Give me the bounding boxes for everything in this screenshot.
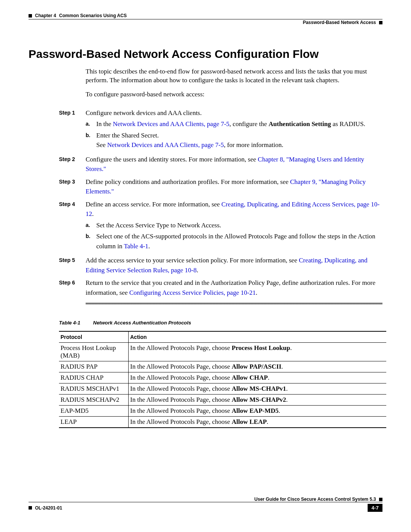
text-bold: Allow EAP-MD5	[232, 407, 279, 414]
text-bold: Allow LEAP	[232, 418, 267, 425]
page-number-box: 4-7	[368, 504, 382, 512]
step-1-sub-a: a. In the Network Devices and AAA Client…	[86, 119, 382, 129]
cell-action: In the Allowed Protocols Page, choose Pr…	[129, 343, 387, 361]
text-fragment: .	[92, 210, 94, 217]
col-action: Action	[129, 331, 387, 343]
cell-protocol: EAP-MD5	[59, 406, 129, 417]
steps-list: Step 1 Configure network devices and AAA…	[59, 108, 382, 298]
sub-text: Enter the Shared Secret. See Network Dev…	[96, 131, 382, 150]
cell-action: In the Allowed Protocols Page, choose Al…	[129, 417, 387, 428]
step-body: Define policy conditions and authorizati…	[86, 177, 382, 197]
col-protocol: Protocol	[59, 331, 129, 343]
doc-id: OL-24201-01	[35, 505, 62, 511]
cell-protocol: RADIUS MSCHAPv2	[59, 395, 129, 406]
step-1: Step 1 Configure network devices and AAA…	[59, 108, 382, 152]
text-bold: Allow MS-CHAPv2	[232, 396, 286, 403]
sub-text: Select one of the ACS-supported protocol…	[96, 232, 382, 251]
intro-paragraph-2: To configure password-based network acce…	[86, 90, 382, 99]
step-body: Configure the users and identity stores.…	[86, 155, 382, 174]
text-fragment: Add the access service to your service s…	[86, 257, 299, 264]
chapter-title: Common Scenarios Using ACS	[59, 13, 127, 18]
section-title: Password-Based Network Access	[303, 20, 376, 25]
link-network-devices[interactable]: Network Devices and AAA Clients, page 7-…	[113, 120, 229, 128]
link-network-devices[interactable]: Network Devices and AAA Clients, page 7-…	[107, 141, 224, 149]
step-4-sub-b: b. Select one of the ACS-supported proto…	[86, 232, 382, 251]
chapter-label: Chapter 4	[35, 13, 56, 18]
text-bold: Allow CHAP	[232, 374, 268, 381]
table-caption: Table 4-1 Network Access Authentication …	[59, 320, 382, 326]
sub-text: In the Network Devices and AAA Clients, …	[96, 119, 382, 129]
step-label: Step 5	[59, 256, 80, 275]
text-fragment: In the Allowed Protocols Page, choose	[130, 407, 232, 414]
table-row: RADIUS PAP In the Allowed Protocols Page…	[59, 361, 386, 372]
text-fragment: .	[148, 243, 150, 250]
cell-action: In the Allowed Protocols Page, choose Al…	[129, 361, 387, 372]
intro-block: This topic describes the end-to-end flow…	[86, 67, 382, 99]
guide-title: User Guide for Cisco Secure Access Contr…	[254, 497, 376, 502]
text-fragment: .	[268, 374, 269, 381]
step-label: Step 6	[59, 278, 80, 297]
text-fragment: .	[267, 418, 268, 425]
text-fragment: .	[290, 344, 292, 351]
text-fragment: .	[256, 289, 257, 296]
step-body: Return to the service that you created a…	[86, 278, 382, 297]
running-footer: User Guide for Cisco Secure Access Contr…	[29, 497, 382, 512]
step-6: Step 6 Return to the service that you cr…	[59, 278, 382, 297]
header-rule	[29, 19, 382, 19]
text-fragment: In the Allowed Protocols Page, choose	[130, 363, 232, 370]
cell-action: In the Allowed Protocols Page, choose Al…	[129, 383, 387, 395]
text-bold: Process Host Lookup	[232, 344, 290, 351]
sub-letter: a.	[86, 119, 92, 129]
cell-action: In the Allowed Protocols Page, choose Al…	[129, 395, 387, 406]
footer-doc-id-block: OL-24201-01	[29, 505, 62, 511]
step-body: Configure network devices and AAA client…	[86, 108, 382, 152]
header-square-icon	[379, 21, 382, 24]
text-fragment: Define policy conditions and authorizati…	[86, 178, 290, 185]
page-title: Password-Based Network Access Configurat…	[29, 48, 382, 61]
step-1-sub-b: b. Enter the Shared Secret. See Network …	[86, 131, 382, 150]
table-row: RADIUS CHAP In the Allowed Protocols Pag…	[59, 372, 386, 383]
step-5: Step 5 Add the access service to your se…	[59, 256, 382, 275]
text-bold: Authentication Setting	[269, 120, 331, 128]
intro-paragraph-1: This topic describes the end-to-end flow…	[86, 67, 382, 85]
table-header-row: Protocol Action	[59, 331, 386, 343]
table-number: Table 4-1	[59, 320, 80, 326]
step-label: Step 2	[59, 155, 80, 174]
text-bold: Allow MS-CHAPv1	[232, 385, 286, 392]
table-row: EAP-MD5 In the Allowed Protocols Page, c…	[59, 406, 386, 417]
footer-rule	[29, 502, 382, 502]
link-access-service-policies[interactable]: Configuring Access Service Policies, pag…	[129, 289, 256, 296]
text-fragment: In the Allowed Protocols Page, choose	[130, 385, 232, 392]
text-fragment: Configure the users and identity stores.…	[86, 156, 258, 163]
text-fragment: In the Allowed Protocols Page, choose	[130, 344, 232, 351]
cell-action: In the Allowed Protocols Page, choose Al…	[129, 406, 387, 417]
cell-action: In the Allowed Protocols Page, choose Al…	[129, 372, 387, 383]
cell-protocol: Process Host Lookup (MAB)	[59, 343, 129, 361]
text-fragment: Define an access service. For more infor…	[86, 201, 221, 208]
step-body: Add the access service to your service s…	[86, 256, 382, 275]
text-fragment: .	[286, 396, 288, 403]
text-fragment: as RADIUS.	[331, 120, 365, 128]
text-fragment: .	[279, 407, 280, 414]
sub-text: Set the Access Service Type to Network A…	[96, 220, 382, 230]
section-divider	[86, 303, 382, 305]
sub-letter: b.	[86, 232, 92, 251]
step-label: Step 4	[59, 200, 80, 253]
link-table-4-1[interactable]: Table 4-1	[124, 243, 148, 250]
table-title: Network Access Authentication Protocols	[93, 320, 191, 326]
cell-protocol: RADIUS CHAP	[59, 372, 129, 383]
text-fragment: See	[96, 141, 107, 149]
cell-protocol: RADIUS PAP	[59, 361, 129, 372]
sub-letter: b.	[86, 131, 92, 150]
header-square-icon	[29, 14, 32, 18]
cell-protocol: LEAP	[59, 417, 129, 428]
footer-guide-line: User Guide for Cisco Secure Access Contr…	[29, 497, 382, 502]
step-1-text: Configure network devices and AAA client…	[86, 108, 382, 118]
step-3: Step 3 Define policy conditions and auth…	[59, 177, 382, 197]
cell-protocol: RADIUS MSCHAPv1	[59, 383, 129, 395]
header-right: Password-Based Network Access	[303, 20, 382, 25]
table-row: LEAP In the Allowed Protocols Page, choo…	[59, 417, 386, 428]
step-4: Step 4 Define an access service. For mor…	[59, 200, 382, 253]
footer-square-icon	[379, 498, 382, 501]
header-left: Chapter 4 Common Scenarios Using ACS	[29, 13, 382, 18]
